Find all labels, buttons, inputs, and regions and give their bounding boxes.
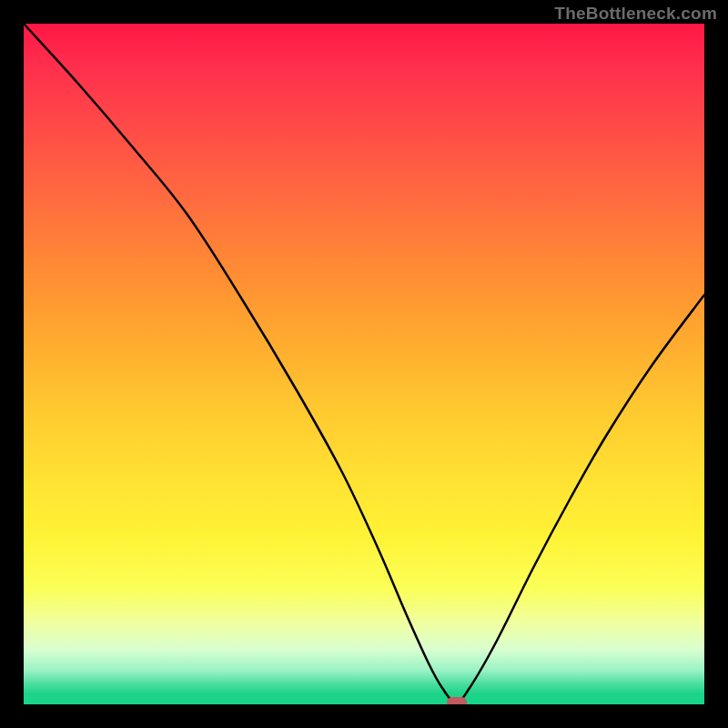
chart-stage: TheBottleneck.com: [0, 0, 728, 728]
gradient-background: [24, 24, 704, 704]
watermark-text: TheBottleneck.com: [554, 4, 717, 24]
optimal-point-marker: [447, 697, 467, 704]
plot-area: [24, 24, 704, 704]
